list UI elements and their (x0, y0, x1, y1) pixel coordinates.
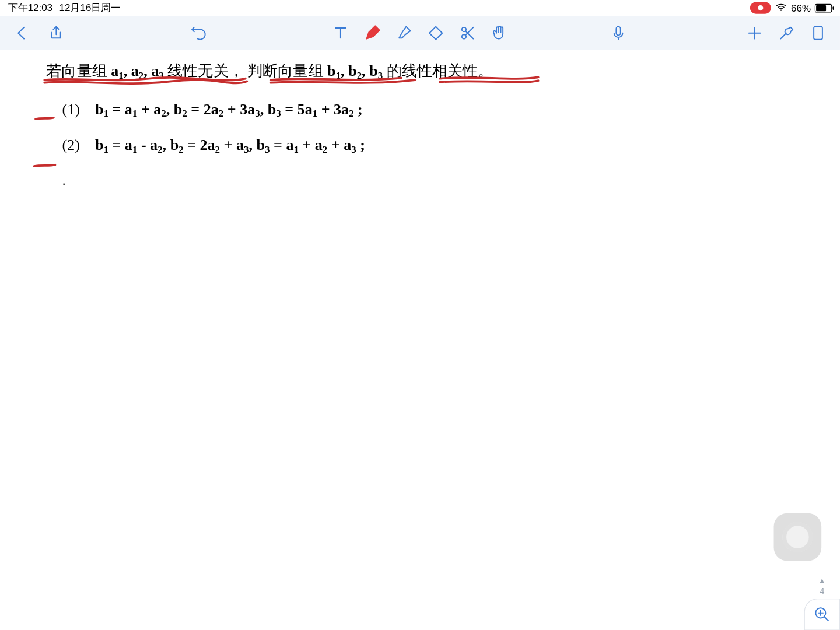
share-icon[interactable] (46, 23, 66, 43)
item-1-label: (1) (62, 101, 92, 118)
stray-dot: . (62, 173, 794, 188)
item-1: (1) b1 = a1 + a2, b2 = 2a2 + 3a3, b3 = 5… (62, 101, 794, 119)
assistive-touch-button[interactable] (774, 513, 822, 561)
prompt-text: 判断向量组 (247, 63, 323, 79)
vectors-a: a1, a2, a3 (111, 63, 164, 79)
text-tool-icon[interactable] (331, 23, 351, 43)
page-icon[interactable] (808, 23, 828, 43)
toolbar (0, 16, 840, 50)
vectors-b: b1, b2, b3 (327, 63, 383, 79)
wifi-icon (775, 1, 787, 15)
item-2: (2) b1 = a1 - a2, b2 = 2a2 + a3, b3 = a1… (62, 136, 794, 155)
prompt-text: 的线性相关性。 (387, 63, 494, 79)
item-2-equation: b1 = a1 - a2, b2 = 2a2 + a3, b3 = a1 + a… (95, 136, 365, 153)
eraser-tool-icon[interactable] (426, 23, 446, 43)
page-current: 4 (820, 586, 824, 596)
prompt-text: 线性无关， (167, 63, 243, 79)
status-bar: 下午12:03 12月16日周一 66% (0, 0, 840, 16)
page-up-icon[interactable]: ▲ (818, 577, 826, 585)
undo-icon[interactable] (188, 23, 208, 43)
lasso-scissors-icon[interactable] (458, 23, 478, 43)
svg-rect-3 (616, 26, 620, 35)
note-canvas[interactable]: 若向量组 a1, a2, a3 线性无关， 判断向量组 b1, b2, b3 的… (0, 50, 840, 630)
microphone-icon[interactable] (608, 23, 628, 43)
hand-tool-icon[interactable] (489, 23, 509, 43)
assistive-touch-inner-icon (782, 522, 813, 552)
add-icon[interactable] (745, 23, 765, 43)
settings-wrench-icon[interactable] (776, 23, 796, 43)
question-prompt: 若向量组 a1, a2, a3 线性无关， 判断向量组 b1, b2, b3 的… (46, 60, 793, 84)
pen-tool-icon[interactable] (362, 23, 382, 43)
prompt-text: 若向量组 (46, 63, 107, 79)
status-date: 12月16日周一 (60, 2, 121, 15)
battery-icon (815, 4, 832, 12)
battery-percent: 66% (791, 2, 811, 13)
svg-rect-4 (814, 26, 822, 39)
item-1-equation: b1 = a1 + a2, b2 = 2a2 + 3a3, b3 = 5a1 +… (95, 101, 363, 117)
zoom-in-button[interactable] (804, 598, 840, 630)
back-icon[interactable] (12, 23, 32, 43)
status-time: 下午12:03 (8, 2, 53, 15)
item-2-label: (2) (62, 136, 92, 153)
svg-point-0 (780, 9, 782, 10)
recording-indicator-icon (750, 2, 771, 13)
highlighter-tool-icon[interactable] (394, 23, 414, 43)
